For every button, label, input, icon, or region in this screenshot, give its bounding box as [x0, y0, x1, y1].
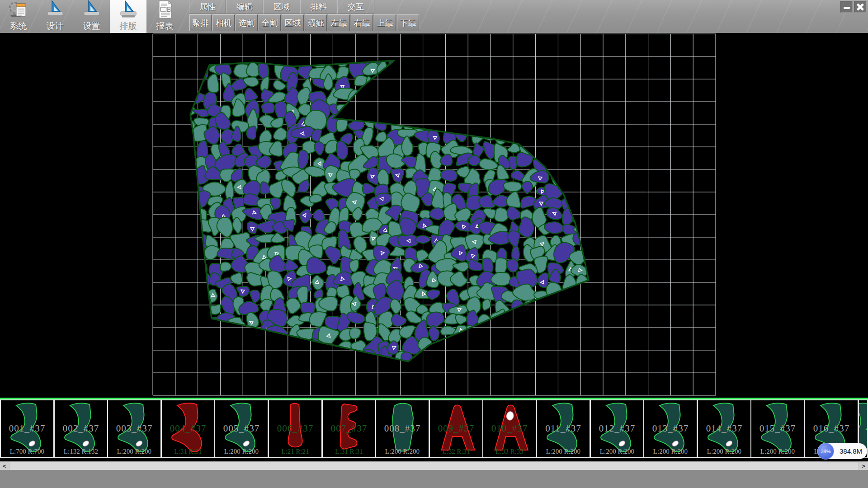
piece-thumbnail-14[interactable]: 014_#37L:200 R:200 — [698, 400, 750, 457]
piece-thumbnail-9[interactable]: 009_#37L:32 R:31 — [430, 400, 482, 457]
tab-settings[interactable]: 设置 — [73, 0, 110, 33]
piece-lr-count: L:200 R:200 — [644, 448, 697, 455]
piece-id-label: 006_#37 — [269, 423, 321, 434]
piece-thumbnail-8[interactable]: 008_#37L:200 R:200 — [376, 400, 429, 457]
menu-bar: 属性编辑区域排料交互 — [189, 0, 374, 14]
tool-button-5[interactable]: 瑕疵 — [305, 14, 327, 31]
tab-report[interactable]: 报表 — [146, 0, 183, 33]
tool-button-6[interactable]: 左靠 — [328, 14, 350, 31]
piece-thumbnail-6[interactable]: 006_#37L:21 R:21 — [269, 400, 321, 457]
menu-item-3[interactable]: 排料 — [300, 0, 337, 14]
piece-lr-count: L:200 R:200 — [591, 448, 643, 455]
minimize-button[interactable] — [840, 1, 853, 13]
close-button[interactable] — [854, 1, 866, 13]
nesting-icon — [118, 0, 138, 21]
piece-thumbnail-4[interactable]: 004_#37L:31 R:31 — [162, 400, 214, 457]
piece-thumbnail-2[interactable]: 002_#37L:132 R:132 — [55, 400, 107, 457]
menu-item-1[interactable]: 编辑 — [226, 0, 263, 14]
piece-thumbnail-7[interactable]: 007_#37L:31 R:31 — [323, 400, 375, 457]
tool-button-2[interactable]: 选割 — [236, 14, 258, 31]
piece-lr-count: L:200 R:200 — [376, 448, 429, 455]
tab-label: 设计 — [47, 21, 64, 31]
tab-design[interactable]: 设计 — [37, 0, 73, 33]
piece-thumbnail-15[interactable]: 015_#37L:200 R:200 — [751, 400, 804, 457]
piece-lr-count: L:132 R:132 — [55, 448, 107, 455]
application-window: 系统 设计 — [0, 0, 868, 488]
tool-button-8[interactable]: 上靠 — [374, 14, 396, 31]
tool-button-0[interactable]: 聚排 — [189, 14, 212, 31]
piece-lr-count: L:200 R:200 — [215, 448, 268, 455]
menu-item-0[interactable]: 属性 — [189, 0, 226, 14]
piece-thumbnail-10[interactable]: 010_#37L:33 R:33 — [483, 400, 536, 457]
piece-id-label: 016_#37 — [805, 423, 858, 434]
piece-id-label: 005_#37 — [215, 423, 268, 434]
report-icon — [155, 0, 175, 21]
tab-label: 系统 — [10, 21, 27, 31]
menu-item-4[interactable]: 交互 — [337, 0, 374, 14]
piece-thumbnail-1[interactable]: 001_#37L:700 R:700 — [1, 400, 53, 457]
menu-item-2[interactable]: 区域 — [263, 0, 300, 14]
piece-lr-count: L:200 R:200 — [537, 448, 590, 455]
tab-nesting[interactable]: 排版 — [110, 0, 146, 33]
horizontal-scrollbar[interactable]: < > — [0, 461, 868, 470]
piece-id-label: 012_#37 — [591, 423, 643, 434]
piece-lr-count: L:31 R:31 — [162, 448, 214, 455]
piece-lr-count: L:200 R:200 — [108, 448, 160, 455]
nest-layout-svg — [0, 33, 868, 398]
progress-badge[interactable]: 38% 384.8M — [817, 443, 867, 459]
progress-percent: 38% — [817, 443, 834, 460]
nesting-canvas[interactable] — [0, 33, 868, 398]
piece-id-label: 003_#37 — [108, 423, 160, 434]
piece-id-label: 007_#37 — [323, 423, 375, 434]
tab-system[interactable]: 系统 — [0, 0, 37, 33]
system-icon — [9, 0, 28, 21]
tab-label: 排版 — [120, 21, 137, 31]
tool-button-row: 聚排相机选割全割区域瑕疵左靠右靠上靠下靠 — [189, 14, 420, 32]
piece-id-label: 015_#37 — [751, 423, 804, 434]
piece-lr-count: L:33 R:33 — [483, 448, 536, 455]
memory-value: 384.8M — [840, 443, 862, 459]
piece-id-label: 004_#37 — [162, 423, 214, 434]
pieces-strip: 001_#37L:700 R:700002_#37L:132 R:132003_… — [0, 399, 868, 458]
window-controls — [840, 1, 866, 13]
piece-lr-count: L:700 R:700 — [1, 448, 53, 455]
piece-thumbnail-5[interactable]: 005_#37L:200 R:200 — [215, 400, 268, 457]
tool-button-4[interactable]: 区域 — [282, 14, 304, 31]
piece-id-label: 001_#37 — [1, 423, 53, 434]
close-icon — [856, 3, 864, 11]
design-icon — [45, 0, 65, 21]
piece-id-label: 010_#37 — [483, 423, 536, 434]
minimize-icon — [844, 7, 850, 9]
tool-button-1[interactable]: 相机 — [212, 14, 235, 31]
piece-lr-count: L:31 R:31 — [323, 448, 375, 455]
tool-button-3[interactable]: 全割 — [259, 14, 281, 31]
piece-id-label: 013_#37 — [644, 423, 697, 434]
piece-id-label: 014_#37 — [698, 423, 750, 434]
piece-thumbnail-3[interactable]: 003_#37L:200 R:200 — [108, 400, 160, 457]
main-tab-bar: 系统 设计 — [0, 0, 183, 33]
piece-id-label: 011_#37 — [537, 423, 590, 434]
tool-button-9[interactable]: 下靠 — [397, 14, 419, 31]
toolbar: 系统 设计 — [0, 0, 868, 33]
tab-label: 设置 — [83, 21, 100, 31]
scroll-right-button[interactable]: > — [859, 462, 868, 470]
piece-id-label: 009_#37 — [430, 423, 482, 434]
piece-thumbnail-13[interactable]: 013_#37L:200 R:200 — [644, 400, 697, 457]
piece-thumbnail-11[interactable]: 011_#37L:200 R:200 — [537, 400, 590, 457]
tab-label: 报表 — [156, 21, 174, 31]
strip-top-border — [0, 398, 868, 399]
piece-lr-count: L:200 R:200 — [698, 448, 750, 455]
piece-id-label: 002_#37 — [55, 423, 107, 434]
piece-lr-count: L:32 R:31 — [430, 448, 482, 455]
scroll-left-button[interactable]: < — [0, 462, 9, 470]
tool-button-7[interactable]: 右靠 — [351, 14, 373, 31]
settings-icon — [82, 0, 102, 21]
piece-lr-count: L:21 R:21 — [269, 448, 321, 455]
piece-id-label: 008_#37 — [376, 423, 429, 434]
piece-thumbnail-12[interactable]: 012_#37L:200 R:200 — [591, 400, 643, 457]
piece-lr-count: L:200 R:200 — [751, 448, 804, 455]
window-bottom-bar — [0, 470, 868, 488]
